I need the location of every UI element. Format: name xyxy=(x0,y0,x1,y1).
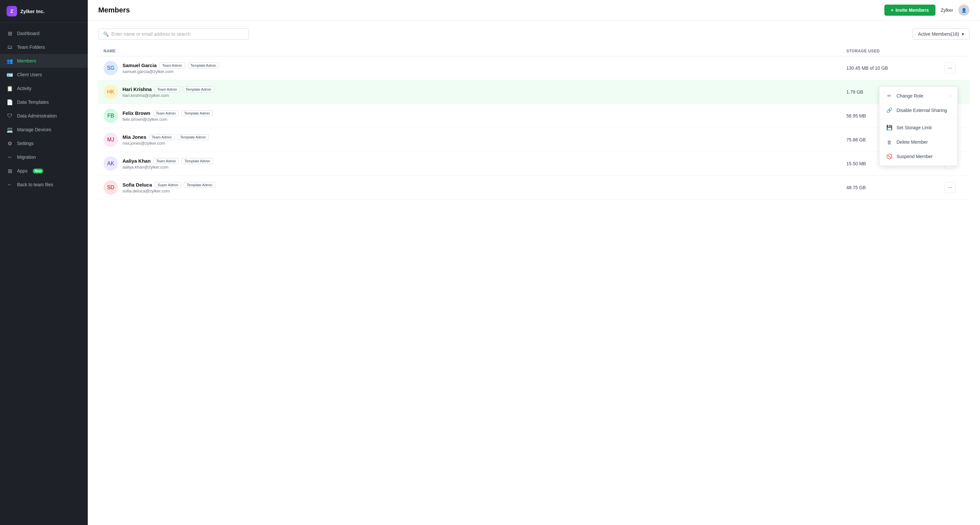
members-icon: 👥 xyxy=(6,58,13,64)
invite-members-button[interactable]: + Invite Members xyxy=(885,5,935,16)
member-details: Sofia Deluca Super AdminTemplate Admin s… xyxy=(123,182,215,194)
member-email: mia.jones@zylker.com xyxy=(123,141,208,146)
suspend-member-icon: 🚫 xyxy=(886,153,892,160)
sidebar-item-activity[interactable]: 📋 Activity xyxy=(0,81,88,95)
menu-item-disable-external-sharing[interactable]: 🔗 Disable External Sharing xyxy=(880,103,958,117)
back-to-team-icon: ← xyxy=(6,181,13,188)
more-options-button[interactable]: ··· xyxy=(945,182,956,193)
members-table: NAME STORAGE USED SG Samuel Garcia Team … xyxy=(98,46,969,200)
menu-item-change-role[interactable]: ✏ Change Role › xyxy=(880,89,958,103)
user-name: Zylker xyxy=(941,8,953,13)
sidebar: Z Zylker Inc. ⊞ Dashboard 🗂 Team Folders… xyxy=(0,0,88,525)
data-administration-icon: 🛡 xyxy=(6,113,13,119)
col-storage: STORAGE USED xyxy=(846,49,945,53)
sidebar-item-migration[interactable]: ↔ Migration xyxy=(0,150,88,164)
sidebar-item-back-to-team[interactable]: ← Back to team files xyxy=(0,178,88,192)
member-details: Hari Krishna Team AdminTemplate Admin ha… xyxy=(123,86,214,98)
table-row: HK Hari Krishna Team AdminTemplate Admin… xyxy=(98,80,969,104)
member-info: FB Felix Brown Team AdminTemplate Admin … xyxy=(103,109,846,123)
role-badge: Template Admin xyxy=(181,110,213,116)
change-role-icon: ✏ xyxy=(886,93,892,99)
sidebar-item-label: Members xyxy=(17,58,36,63)
search-input[interactable] xyxy=(111,32,244,36)
table-row: AK Aaliya Khan Team AdminTemplate Admin … xyxy=(98,152,969,176)
page-header: Members + Invite Members Zylker 👤 xyxy=(88,0,980,21)
member-avatar: SD xyxy=(103,180,118,195)
sidebar-item-label: Team Folders xyxy=(17,44,45,50)
set-storage-limit-icon: 💾 xyxy=(886,124,892,131)
sidebar-item-label: Back to team files xyxy=(17,182,53,187)
table-row: FB Felix Brown Team AdminTemplate Admin … xyxy=(98,104,969,128)
context-menu: ✏ Change Role › 🔗 Disable External Shari… xyxy=(879,86,958,166)
member-name-row: Hari Krishna Team AdminTemplate Admin xyxy=(123,86,214,92)
member-email: samuel.garcia@zylker.com xyxy=(123,69,219,74)
menu-item-label: Suspend Member xyxy=(896,154,933,159)
filter-label: Active Members(18) xyxy=(918,32,959,36)
member-avatar: HK xyxy=(103,85,118,99)
role-badge: Team Admin xyxy=(153,158,179,164)
role-badge: Template Admin xyxy=(184,182,215,188)
role-badge: Template Admin xyxy=(181,158,213,164)
role-badge: Super Admin xyxy=(154,182,181,188)
sidebar-item-team-folders[interactable]: 🗂 Team Folders xyxy=(0,40,88,54)
chevron-down-icon: ▾ xyxy=(962,32,964,36)
member-email: aaliya.khan@zylker.com xyxy=(123,165,213,170)
more-options-button[interactable]: ··· xyxy=(945,62,956,74)
chevron-right-icon: › xyxy=(950,94,951,98)
sidebar-item-label: Settings xyxy=(17,141,34,146)
dashboard-icon: ⊞ xyxy=(6,30,13,36)
actions-cell: ··· xyxy=(945,182,964,193)
role-badge: Team Admin xyxy=(159,62,185,68)
member-info: AK Aaliya Khan Team AdminTemplate Admin … xyxy=(103,157,846,171)
actions-cell: ··· xyxy=(945,62,964,74)
menu-item-delete-member[interactable]: 🗑 Delete Member xyxy=(880,135,958,149)
activity-icon: 📋 xyxy=(6,85,13,92)
filter-button[interactable]: Active Members(18) ▾ xyxy=(913,29,969,40)
member-name: Aaliya Khan xyxy=(123,158,151,163)
sidebar-item-label: Dashboard xyxy=(17,31,40,36)
settings-icon: ⚙ xyxy=(6,140,13,147)
sidebar-item-label: Migration xyxy=(17,154,36,160)
member-name: Hari Krishna xyxy=(123,86,152,92)
member-name-row: Aaliya Khan Team AdminTemplate Admin xyxy=(123,158,213,164)
role-badge: Template Admin xyxy=(188,62,219,68)
col-name: NAME xyxy=(103,49,846,53)
menu-item-label: Change Role xyxy=(896,93,923,98)
sidebar-item-client-users[interactable]: 🪪 Client Users xyxy=(0,68,88,81)
sidebar-item-label: Manage Devices xyxy=(17,127,51,132)
role-badge: Team Admin xyxy=(154,86,180,92)
member-name-row: Samuel Garcia Team AdminTemplate Admin xyxy=(123,62,219,68)
menu-item-label: Disable External Sharing xyxy=(896,108,947,113)
sidebar-item-data-administration[interactable]: 🛡 Data Administration xyxy=(0,109,88,123)
member-info: HK Hari Krishna Team AdminTemplate Admin… xyxy=(103,85,846,99)
member-info: SD Sofia Deluca Super AdminTemplate Admi… xyxy=(103,180,846,195)
sidebar-nav: ⊞ Dashboard 🗂 Team Folders 👥 Members 🪪 C… xyxy=(0,22,88,525)
sidebar-item-dashboard[interactable]: ⊞ Dashboard xyxy=(0,27,88,40)
sidebar-item-apps[interactable]: ⊞ Apps New xyxy=(0,164,88,178)
sidebar-item-data-templates[interactable]: 📄 Data Templates xyxy=(0,95,88,109)
member-email: hari.krishna@zylker.com xyxy=(123,93,214,98)
avatar[interactable]: 👤 xyxy=(958,5,969,16)
member-avatar: SG xyxy=(103,61,118,75)
sidebar-item-settings[interactable]: ⚙ Settings xyxy=(0,136,88,150)
toolbar: 🔍 Active Members(18) ▾ xyxy=(98,29,969,40)
app-logo: Z xyxy=(6,6,17,16)
member-avatar: FB xyxy=(103,109,118,123)
storage-used: 130.45 MB of 10 GB xyxy=(846,65,945,71)
role-badge: Template Admin xyxy=(183,86,214,92)
member-email: sofia.deluca@zylker.com xyxy=(123,189,215,194)
plus-icon: + xyxy=(891,8,894,13)
member-info: SG Samuel Garcia Team AdminTemplate Admi… xyxy=(103,61,846,75)
actions-cell: ··· ✏ Change Role › 🔗 Disable External S… xyxy=(945,86,964,98)
table-body: SG Samuel Garcia Team AdminTemplate Admi… xyxy=(98,56,969,200)
sidebar-item-manage-devices[interactable]: 💻 Manage Devices xyxy=(0,123,88,136)
sidebar-item-label: Activity xyxy=(17,86,32,91)
sidebar-item-label: Data Templates xyxy=(17,100,49,105)
apps-icon: ⊞ xyxy=(6,168,13,174)
data-templates-icon: 📄 xyxy=(6,99,13,105)
sidebar-item-members[interactable]: 👥 Members xyxy=(0,54,88,68)
menu-item-set-storage-limit[interactable]: 💾 Set Storage Limit xyxy=(880,121,958,135)
header-right: + Invite Members Zylker 👤 xyxy=(885,5,969,16)
search-box: 🔍 xyxy=(98,29,249,40)
menu-item-suspend-member[interactable]: 🚫 Suspend Member xyxy=(880,149,958,163)
